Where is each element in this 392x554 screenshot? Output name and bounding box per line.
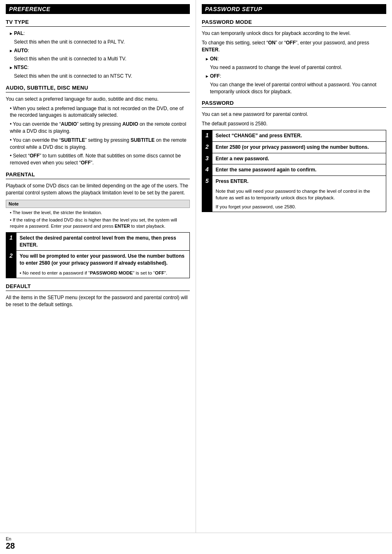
password-intro1: You can set a new password for parental … [202,111,386,118]
page-info: En 28 [6,536,15,551]
pwd-step-num-2: 2 [202,141,212,153]
default-title: DEFAULT [6,283,190,291]
on-desc: You need a password to change the level … [202,64,386,71]
pwd-step-content-5c: If you forget your password, use 2580. [212,203,386,212]
auto-desc: Select this when the unit is connected t… [6,55,190,62]
page-number: 28 [6,541,15,551]
password-mode-title: PASSWORD MODE [202,19,386,27]
pwd-step-2: 2 Enter 2580 (or your privacy password) … [202,141,386,153]
footer: En 28 [0,533,392,554]
parental-title: PARENTAL [6,171,190,179]
pwd-step-5: 5 Press ENTER. Note that you will need y… [202,176,386,212]
on-label: ON [210,56,217,62]
parental-step-1: 1 Select the desired parental control le… [6,232,190,251]
off-item: ►OFF: [202,73,386,80]
page: PREFERENCE TV TYPE ►PAL: Select this whe… [0,0,392,554]
pwd-step-3: 3 Enter a new password. [202,153,386,164]
arrow-icon: ► [205,74,209,78]
pwd-step-num-5: 5 [202,176,212,212]
audio-bullet-2: • You can override the “AUDIO” setting b… [6,121,190,135]
audio-bullet-3: • You can override the “SUBTITLE” settin… [6,137,190,151]
audio-intro: You can select a preferred language for … [6,96,190,103]
auto-item: ►AUTO: [6,47,190,54]
pal-item: ►PAL: [6,30,190,37]
parental-step-2: 2 You will be prompted to enter your pas… [6,251,190,278]
step-sub-2: • No need to enter a password if “PASSWO… [16,269,189,278]
audio-bullet-4: • Select “OFF” to turn subtitles off. No… [6,152,190,166]
arrow-icon: ► [9,31,13,36]
pwd-step-content-1: Select “CHANGE” and press ENTER. [212,130,386,141]
pwd-step-num-4: 4 [202,164,212,176]
pwd-step-content-4: Enter the same password again to confirm… [212,164,386,176]
password-title: PASSWORD [202,100,386,108]
note-box: Note [6,200,190,208]
arrow-icon: ► [205,57,209,61]
pwd-step-content-3: Enter a new password. [212,153,386,164]
audio-bullet-1: • When you select a preferred language t… [6,105,190,119]
off-label: OFF [210,73,220,79]
password-intro2: The default password is 2580. [202,120,386,127]
preference-header: PREFERENCE [6,4,190,14]
password-mode-intro1: You can temporarily unlock discs for pla… [202,30,386,37]
pwd-step-content-2: Enter 2580 (or your privacy password) us… [212,141,386,153]
ntsc-label: NTSC [14,65,28,70]
password-steps-table: 1 Select “CHANGE” and press ENTER. 2 Ent… [202,130,386,212]
step-num-1: 1 [6,232,16,251]
arrow-icon: ► [9,65,13,70]
step-cell-2: You will be prompted to enter your passw… [16,251,189,278]
pwd-step-content-5a: Press ENTER. [212,176,386,187]
pwd-step-1: 1 Select “CHANGE” and press ENTER. [202,130,386,141]
pwd-step-cell-5: Press ENTER. Note that you will need you… [212,176,386,212]
pal-label: PAL [14,30,23,36]
step-num-2: 2 [6,251,16,278]
off-desc: You can change the level of parental con… [202,81,386,95]
ntsc-item: ►NTSC: [6,64,190,71]
pal-desc: Select this when the unit is connected t… [6,39,190,46]
content-area: PREFERENCE TV TYPE ►PAL: Select this whe… [0,0,392,533]
pwd-step-num-3: 3 [202,153,212,164]
auto-label: AUTO [14,48,28,53]
page-lang: En [6,536,11,541]
parental-note-2: • If the rating of the loaded DVD disc i… [6,217,190,230]
pwd-step-4: 4 Enter the same password again to confi… [202,164,386,176]
audio-title: AUDIO, SUBTITLE, DISC MENU [6,85,190,92]
step-content-1: Select the desired parental control leve… [16,232,189,251]
on-item: ►ON: [202,55,386,62]
password-mode-intro2: To change this setting, select “ON” or “… [202,39,386,53]
parental-note-1: • The lower the level, the stricter the … [6,210,190,216]
step-content-2: You will be prompted to enter your passw… [16,251,189,269]
pwd-step-content-5b: Note that you will need your password to… [212,187,386,203]
arrow-icon: ► [9,48,13,53]
password-setup-header: PASSWORD SETUP [202,4,386,14]
ntsc-desc: Select this when the unit is connected t… [6,73,190,80]
left-column: PREFERENCE TV TYPE ►PAL: Select this whe… [0,0,196,533]
tv-type-title: TV TYPE [6,19,190,27]
default-text: All the items in the SETUP menu (except … [6,294,190,308]
right-column: PASSWORD SETUP PASSWORD MODE You can tem… [196,0,392,533]
parental-steps-table: 1 Select the desired parental control le… [6,232,190,278]
parental-intro: Playback of some DVD discs can be limite… [6,182,190,196]
pwd-step-num-1: 1 [202,130,212,141]
